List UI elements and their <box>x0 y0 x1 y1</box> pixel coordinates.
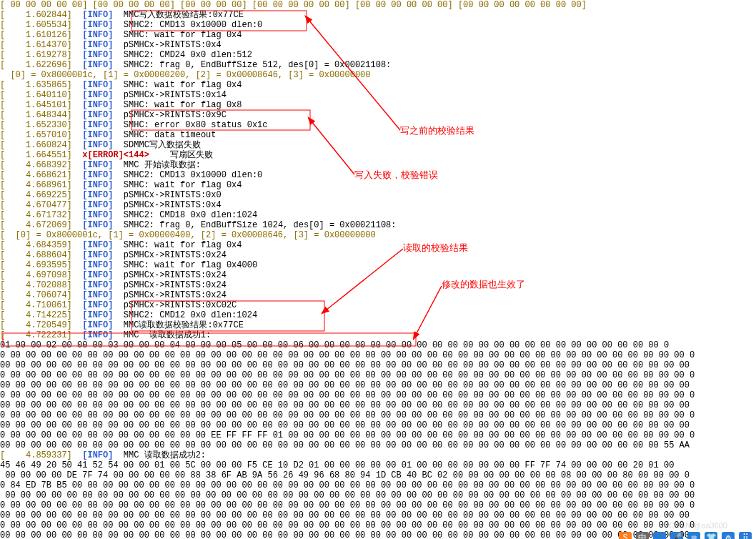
hex-dump-1: 01 00 00 02 00 00 00 03 00 00 00 04 00 0… <box>0 340 756 450</box>
log-line-mid: [ 4.859337] [INFO] MMC 读取数据成功2: <box>0 450 756 460</box>
log-line: [ 4.710061] [INFO] pSMHCx->RINTSTS:0xC02… <box>0 300 756 310</box>
log-line: [ 1.664551] x[ERROR]<144> 写扇区失败 <box>0 150 756 160</box>
log-line: [0] = 0x8000001c, [1] = 0x00000200, [2] … <box>0 70 756 80</box>
log-line: [ 4.688604] [INFO] pSMHCx->RINTSTS:0x24 <box>0 250 756 260</box>
ime-tray: S 中 ， 🎤 ⌨ 👕 ⚙ ⠿ <box>619 532 752 539</box>
log-line: [ 1.640110] [INFO] pSMHCx->RINTSTS:0x14 <box>0 90 756 100</box>
settings-icon[interactable]: ⚙ <box>722 532 735 539</box>
log-line: [ 4.702088] [INFO] pSMHCx->RINTSTS:0x24 <box>0 280 756 290</box>
sogou-logo-icon[interactable]: S <box>619 532 632 539</box>
log-line: [ [0] = 0x8000001c, [1] = 0x00000400, [2… <box>0 230 756 240</box>
mic-icon[interactable]: 🎤 <box>670 532 683 539</box>
log-line: [ 4.668392] [INFO] MMC 开始读取数据: <box>0 160 756 170</box>
annotation-write-fail: 写入失败，校验错误 <box>354 170 438 180</box>
log-line: [ 1.619278] [INFO] SMHC2: CMD24 0x0 dlen… <box>0 50 756 60</box>
log-line: [ 4.669225] [INFO] pSMHCx->RINTSTS:0x0 <box>0 190 756 200</box>
log-line: [ 4.706074] [INFO] pSMHCx->RINTSTS:0x24 <box>0 290 756 300</box>
annotation-read-result: 读取的校验结果 <box>403 243 468 253</box>
log-line: [ 4.722231] [INFO] MMC 读取数据成功1: <box>0 330 756 340</box>
log-line: [ 1.652330] [INFO] SMHC: error 0x80 stat… <box>0 120 756 130</box>
skin-icon[interactable]: 👕 <box>705 532 717 539</box>
ime-lang-icon[interactable]: 中 <box>636 532 649 539</box>
hex-dump-2: 45 46 49 20 50 41 52 54 00 00 01 00 5C 0… <box>0 460 756 539</box>
log-line: [ 4.671732] [INFO] SMHC2: CMD18 0x0 dlen… <box>0 210 756 220</box>
log-line: [ 1.635865] [INFO] SMHC: wait for flag 0… <box>0 80 756 90</box>
log-line: [ 1.602844] [INFO] MMC写入数据校验结果:0x77CE <box>0 10 756 20</box>
punctuation-icon[interactable]: ， <box>653 532 666 539</box>
log-line: [ 4.684359] [INFO] SMHC: wait for flag 0… <box>0 240 756 250</box>
log-line: [ 1.610126] [INFO] SMHC: wait for flag 0… <box>0 30 756 40</box>
annotation-data-effective: 修改的数据也生效了 <box>442 280 525 290</box>
log-line: [ 1.648344] [INFO] pSMHCx->RINTSTS:0x9C <box>0 110 756 120</box>
log-line: [ 1.645101] [INFO] SMHC: wait for flag 0… <box>0 100 756 110</box>
log-line: [ 1.614370] [INFO] pSMHCx->RINTSTS:0x4 <box>0 40 756 50</box>
annotation-before-write: 写之前的校验结果 <box>400 126 474 136</box>
watermark: CSDN @aa3600 <box>669 520 727 530</box>
log-line: [ 1.605534] [INFO] SMHC2: CMD13 0x10000 … <box>0 20 756 30</box>
toolbox-icon[interactable]: ⠿ <box>739 532 752 539</box>
log-line: [ 1.660824] [INFO] SDMMC写入数据失败 <box>0 140 756 150</box>
log-line: [ 4.697098] [INFO] pSMHCx->RINTSTS:0x24 <box>0 270 756 280</box>
keyboard-icon[interactable]: ⌨ <box>687 532 700 539</box>
hex-header-line: [ 00 00 00 00 00] [00 00 00 00 00] [00 0… <box>0 0 756 10</box>
log-line: [ 4.670477] [INFO] pSMHCx->RINTSTS:0x4 <box>0 200 756 210</box>
log-line: [ 4.714225] [INFO] SMHC2: CMD12 0x0 dlen… <box>0 310 756 320</box>
log-line: [ 4.720549] [INFO] MMC读取数据校验结果:0x77CE <box>0 320 756 330</box>
log-line: [ 1.622696] [INFO] SMHC2: frag 0, EndBuf… <box>0 60 756 70</box>
log-line: [ 4.672069] [INFO] SMHC2: frag 0, EndBuf… <box>0 220 756 230</box>
log-line: [ 4.668961] [INFO] SMHC: wait for flag 0… <box>0 180 756 190</box>
log-line: [ 1.657010] [INFO] SMHC: data timeout <box>0 130 756 140</box>
log-line: [ 4.693595] [INFO] SMHC: wait for flag 0… <box>0 260 756 270</box>
terminal-screenshot: [ 00 00 00 00 00] [00 00 00 00 00] [00 0… <box>0 0 756 539</box>
